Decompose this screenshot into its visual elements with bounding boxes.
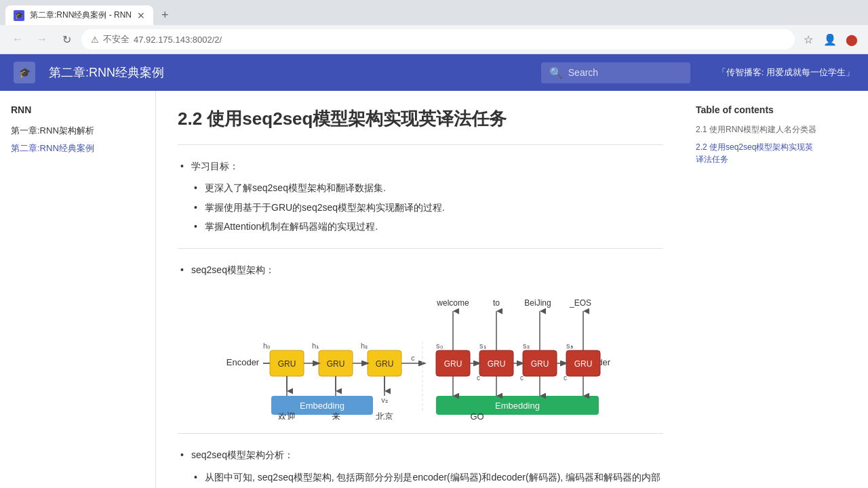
svg-text:s₁: s₁: [479, 342, 486, 350]
svg-text:c: c: [564, 374, 567, 382]
svg-text:GRU: GRU: [444, 359, 462, 369]
seq2seq-diagram: Encoder Decoder: [210, 291, 631, 420]
svg-text:GRU: GRU: [278, 359, 296, 369]
browser-actions: ☆ 👤 ⬤: [800, 31, 860, 47]
svg-text:来: 来: [332, 411, 340, 420]
svg-text:GRU: GRU: [574, 359, 593, 369]
toc-link-2[interactable]: 2.2 使用seq2seq模型架构实现英译法任务: [696, 141, 816, 165]
section-divider-2: [178, 248, 663, 249]
svg-text:c: c: [477, 374, 480, 382]
search-placeholder: Search: [568, 67, 598, 78]
svg-text:GRU: GRU: [327, 359, 345, 369]
toc-panel: Table of contents 2.1 使用RNN模型构建人名分类器 2.2…: [685, 91, 827, 488]
analysis-text: 从图中可知, seq2seq模型架构, 包括两部分分别是encoder(编码器)…: [191, 469, 663, 488]
search-icon: 🔍: [549, 66, 563, 79]
user-label: 「传智播客: 用爱成就每一位学生」: [717, 66, 854, 79]
sub-bullet-3: 掌握Attention机制在解码器端的实现过程.: [191, 219, 663, 234]
svg-text:欢迎: 欢迎: [278, 411, 296, 420]
sidebar-section-title: RNN: [11, 104, 144, 115]
toc-title: Table of contents: [696, 104, 816, 115]
learning-objectives-section: 学习目标： 更深入了解seq2seq模型架构和翻译数据集. 掌握使用基于于GRU…: [178, 159, 663, 235]
bullet-seq2seq: seq2seq模型架构：: [178, 262, 663, 277]
insecure-icon: ⚠: [91, 35, 99, 45]
address-input[interactable]: ⚠ 不安全 47.92.175.143:8002/2/: [81, 29, 795, 49]
svg-text:北京: 北京: [376, 411, 393, 420]
svg-text:BeiJing: BeiJing: [524, 298, 551, 308]
tab-bar: 🎓 第二章:RNN经典案例 - RNN ✕ +: [0, 0, 868, 25]
svg-text:h₁: h₁: [312, 342, 319, 350]
new-tab-button[interactable]: +: [156, 5, 174, 25]
svg-text:s₃: s₃: [566, 342, 573, 350]
insecure-label: 不安全: [103, 33, 130, 45]
section-divider-1: [178, 144, 663, 145]
sub-bullet-2: 掌握使用基于于GRU的seq2seq模型架构实现翻译的过程.: [191, 200, 663, 215]
app-header: 🎓 第二章:RNN经典案例 🔍 Search 「传智播客: 用爱成就每一位学生」: [0, 54, 868, 91]
svg-text:GRU: GRU: [488, 359, 506, 369]
svg-text:v₂: v₂: [381, 396, 388, 404]
section-divider-3: [178, 433, 663, 434]
reload-button[interactable]: ↻: [57, 30, 76, 49]
svg-text:Embedding: Embedding: [495, 401, 540, 411]
url-display: 47.92.175.143:8002/2/: [134, 35, 222, 45]
toc-link-1[interactable]: 2.1 使用RNN模型构建人名分类器: [696, 123, 816, 136]
app-logo: 🎓: [14, 62, 35, 83]
diagram-container: Encoder Decoder: [178, 291, 663, 420]
search-bar[interactable]: 🔍 Search: [541, 62, 690, 83]
page-title: 2.2 使用seq2seq模型架构实现英译法任务: [178, 107, 663, 131]
active-tab[interactable]: 🎓 第二章:RNN经典案例 - RNN ✕: [5, 5, 153, 25]
tab-favicon: 🎓: [14, 10, 24, 21]
browser-chrome: 🎓 第二章:RNN经典案例 - RNN ✕ + ← → ↻ ⚠ 不安全 47.9…: [0, 0, 868, 54]
sidebar-link-chapter1[interactable]: 第一章:RNN架构解析: [11, 122, 144, 140]
svg-text:_GO: _GO: [465, 411, 484, 420]
bookmark-icon[interactable]: ☆: [800, 31, 816, 47]
main-content: 2.2 使用seq2seq模型架构实现英译法任务 学习目标： 更深入了解seq2…: [156, 91, 685, 488]
svg-text:Embedding: Embedding: [300, 401, 344, 411]
svg-text:c: c: [411, 354, 415, 362]
page-layout: RNN 第一章:RNN架构解析 第二章:RNN经典案例 2.2 使用seq2se…: [0, 91, 868, 488]
svg-text:GRU: GRU: [376, 359, 394, 369]
svg-text:welcome: welcome: [436, 298, 469, 308]
svg-text:h₀: h₀: [263, 342, 271, 350]
svg-text:GRU: GRU: [531, 359, 549, 369]
svg-text:c: c: [520, 374, 524, 382]
tab-title: 第二章:RNN经典案例 - RNN: [30, 9, 132, 21]
svg-text:_EOS: _EOS: [569, 298, 591, 308]
bullet-objectives: 学习目标：: [178, 159, 663, 174]
back-button[interactable]: ←: [8, 30, 27, 49]
menu-icon[interactable]: ⬤: [844, 31, 860, 47]
svg-text:to: to: [493, 298, 500, 308]
svg-text:s₀: s₀: [436, 342, 443, 350]
sidebar: RNN 第一章:RNN架构解析 第二章:RNN经典案例: [0, 91, 156, 488]
profile-icon[interactable]: 👤: [822, 31, 838, 47]
forward-button[interactable]: →: [33, 30, 52, 49]
svg-text:s₂: s₂: [523, 342, 530, 350]
address-bar: ← → ↻ ⚠ 不安全 47.92.175.143:8002/2/ ☆ 👤 ⬤: [0, 25, 868, 54]
tab-close-button[interactable]: ✕: [137, 10, 145, 21]
sidebar-link-chapter2[interactable]: 第二章:RNN经典案例: [11, 140, 144, 157]
encoder-label: Encoder: [226, 357, 260, 367]
app-title: 第二章:RNN经典案例: [49, 64, 164, 81]
bullet-analysis: seq2seq模型架构分析：: [178, 447, 663, 462]
svg-text:h₂: h₂: [361, 342, 368, 350]
sub-bullet-1: 更深入了解seq2seq模型架构和翻译数据集.: [191, 180, 663, 195]
